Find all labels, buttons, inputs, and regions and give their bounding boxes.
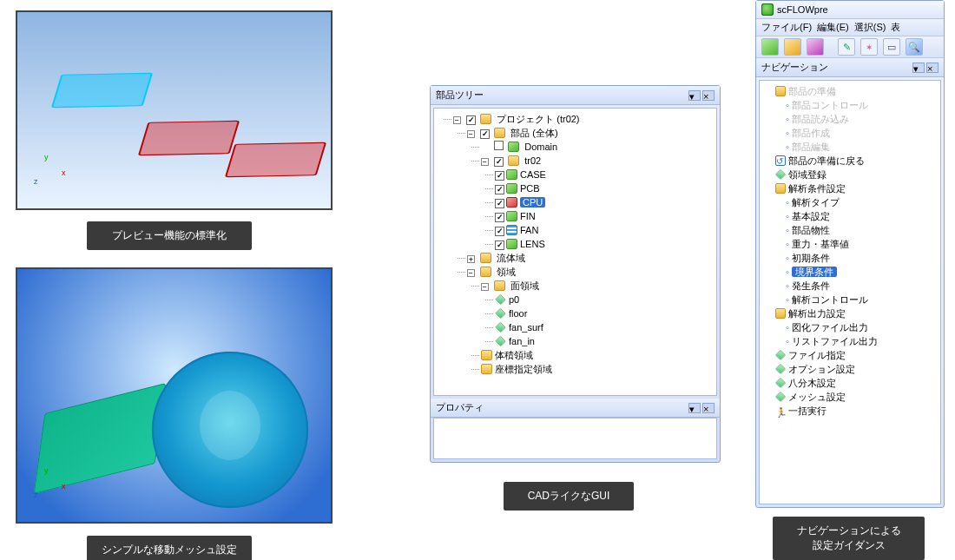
folder-icon (480, 267, 491, 277)
pane-close-button[interactable]: × (702, 90, 715, 101)
nav-item[interactable]: メッシュ設定 (788, 392, 846, 402)
folder-icon (775, 183, 786, 194)
nav-item[interactable]: 部品作成 (792, 128, 830, 138)
tree-item-selected[interactable]: CPU (520, 197, 545, 208)
cube-icon (506, 197, 517, 208)
folder-icon (480, 114, 491, 124)
app-title: scFLOWpre (777, 4, 828, 15)
pane-menu-button[interactable]: ▾ (688, 403, 701, 413)
expander[interactable]: + (467, 255, 475, 263)
part-tree-window: 部品ツリー ▾ × − プロジェクト (tr02) − 部品 (全体) (430, 85, 721, 463)
tree-fluid-label[interactable]: 流体域 (497, 253, 525, 263)
tree-item[interactable]: tr02 (524, 155, 541, 166)
tree-item[interactable]: Domain (524, 142, 557, 152)
pane-close-button[interactable]: × (926, 63, 939, 73)
checkbox[interactable] (494, 141, 504, 150)
toolbar-box[interactable] (883, 38, 900, 56)
folder-icon (481, 364, 492, 374)
pane-close-button[interactable]: × (702, 403, 715, 413)
tree-item[interactable]: FAN (520, 225, 538, 235)
nav-item[interactable]: ファイル指定 (788, 350, 846, 360)
checkbox[interactable] (495, 227, 504, 236)
menu-edit[interactable]: 編集(E) (817, 21, 849, 34)
checkbox[interactable] (495, 199, 504, 208)
nav-item[interactable]: 基本設定 (792, 211, 830, 221)
caption-preview: プレビュー機能の標準化 (87, 221, 252, 250)
menu-select[interactable]: 選択(S) (854, 21, 886, 34)
tree-item[interactable]: PCB (520, 183, 540, 194)
nav-item[interactable]: 解析出力設定 (788, 308, 846, 319)
part-tree-body[interactable]: − プロジェクト (tr02) − 部品 (全体) (433, 108, 717, 396)
nav-item[interactable]: 部品の準備に戻る (788, 155, 865, 166)
cube-icon (508, 142, 519, 152)
tree-item[interactable]: 座標指定領域 (495, 364, 552, 374)
nav-item[interactable]: 発生条件 (792, 280, 830, 291)
checkbox[interactable] (480, 129, 490, 139)
folder-icon (494, 128, 505, 138)
nav-item[interactable]: 領域登録 (788, 169, 827, 180)
nav-item[interactable]: 部品の準備 (788, 86, 836, 96)
nav-item[interactable]: 部品コントロール (792, 100, 868, 110)
property-body[interactable] (433, 418, 717, 459)
nav-item[interactable]: 一括実行 (788, 405, 827, 416)
pane-menu-button[interactable]: ▾ (688, 90, 701, 101)
toolbar-search[interactable] (906, 38, 923, 56)
mesh-3d-panel: yxz (16, 267, 333, 524)
toolbar-edit[interactable] (838, 38, 855, 56)
menu-file[interactable]: ファイル(F) (761, 21, 812, 34)
tree-item[interactable]: 面領域 (510, 280, 539, 291)
nav-item[interactable]: 部品物性 (792, 225, 830, 235)
nav-item[interactable]: 部品読み込み (792, 114, 849, 124)
tree-item[interactable]: FIN (520, 211, 536, 221)
checkbox[interactable] (494, 157, 504, 167)
toolbar-cube-pink[interactable] (807, 38, 824, 56)
checkbox[interactable] (495, 240, 504, 250)
nav-item[interactable]: 図化ファイル出力 (792, 322, 868, 333)
nav-item[interactable]: 初期条件 (792, 253, 830, 263)
tree-item[interactable]: floor (509, 308, 527, 319)
nav-item[interactable]: 重力・基準値 (792, 239, 849, 249)
part-tree-titlebar: 部品ツリー ▾ × (431, 86, 720, 105)
cube-icon (506, 211, 517, 221)
cube-icon (506, 183, 517, 194)
nav-item[interactable]: 境界条件 (792, 267, 837, 277)
toolbar-star[interactable] (860, 38, 878, 56)
nav-item[interactable]: 解析タイプ (792, 197, 840, 208)
nav-item[interactable]: リストファイル出力 (792, 336, 878, 346)
checkbox[interactable] (495, 171, 504, 181)
pane-menu-button[interactable]: ▾ (912, 63, 925, 73)
tree-item[interactable]: fan_in (509, 336, 535, 346)
navigation-tree[interactable]: 部品の準備◦部品コントロール◦部品読み込み◦部品作成◦部品編集部品の準備に戻る領… (759, 80, 941, 504)
tree-item[interactable]: 体積領域 (495, 350, 533, 360)
tree-item[interactable]: LENS (520, 239, 545, 249)
expander[interactable]: − (467, 130, 475, 138)
toolbar-cube-yellow[interactable] (784, 38, 801, 56)
tree-item[interactable]: p0 (509, 294, 519, 305)
folder-icon (494, 280, 505, 291)
cube-icon (506, 169, 517, 180)
expander[interactable]: − (481, 283, 489, 291)
expander[interactable]: − (481, 158, 489, 166)
diamond-icon (495, 336, 505, 346)
expander[interactable]: − (453, 116, 461, 124)
checkbox[interactable] (495, 213, 504, 222)
nav-item[interactable]: 解析コントロール (792, 294, 868, 305)
preview-device-2 (138, 121, 240, 155)
diamond-icon (775, 364, 786, 374)
bullet-icon: ◦ (786, 114, 789, 124)
menu-more[interactable]: 表 (891, 21, 900, 34)
tree-item[interactable]: CASE (520, 169, 546, 180)
nav-item[interactable]: 八分木設定 (788, 378, 836, 388)
nav-item[interactable]: 解析条件設定 (788, 183, 846, 194)
nav-item[interactable]: 部品編集 (792, 142, 830, 152)
checkbox[interactable] (495, 185, 504, 194)
tree-parts-label[interactable]: 部品 (全体) (510, 128, 557, 138)
tree-root-label[interactable]: プロジェクト (tr02) (497, 114, 579, 124)
checkbox[interactable] (466, 115, 476, 125)
nav-item[interactable]: オプション設定 (788, 364, 855, 374)
expander[interactable]: − (467, 269, 475, 277)
tree-region-label[interactable]: 領域 (497, 267, 516, 277)
tree-item[interactable]: fan_surf (509, 322, 543, 333)
toolbar-cube-green[interactable] (761, 38, 779, 56)
diamond-icon (775, 378, 786, 388)
